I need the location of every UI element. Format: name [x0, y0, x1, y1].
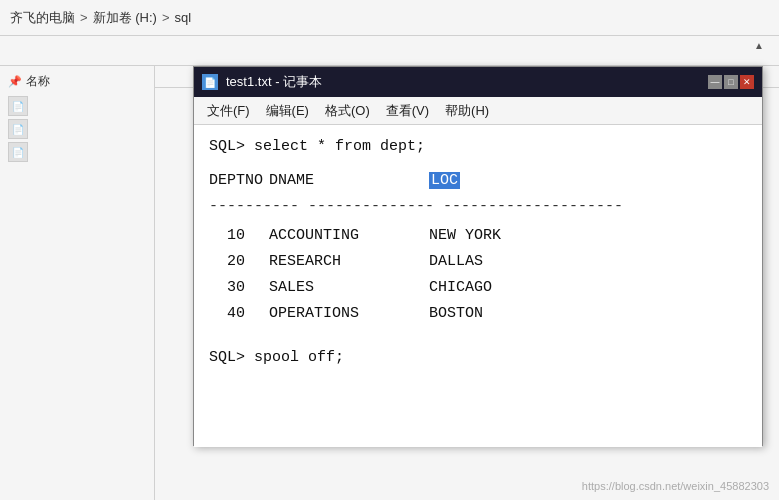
col-name-label: 名称: [26, 73, 50, 90]
sql-command-text: SQL> select * from dept;: [209, 138, 425, 155]
sidebar-icon-2: 📄: [8, 119, 28, 139]
breadcrumb-bar: 齐飞的电脑 > 新加卷 (H:) > sql ▲: [0, 0, 779, 36]
watermark: https://blog.csdn.net/weixin_45882303: [582, 480, 769, 492]
row2-loc: DALLAS: [429, 250, 559, 274]
table-output: DEPTNO DNAME LOC ---------- ------------…: [209, 169, 747, 326]
table-row: 30 SALES CHICAGO: [209, 276, 747, 300]
sql-spool-line: SQL> spool off;: [209, 346, 747, 370]
toolbar-area: [0, 36, 779, 66]
row1-dname: ACCOUNTING: [269, 224, 429, 248]
row4-loc: BOSTON: [429, 302, 559, 326]
maximize-button[interactable]: □: [724, 75, 738, 89]
loc-highlight: LOC: [429, 172, 460, 189]
notepad-menubar: 文件(F) 编辑(E) 格式(O) 查看(V) 帮助(H): [194, 97, 762, 125]
row3-loc: CHICAGO: [429, 276, 559, 300]
table-row: 20 RESEARCH DALLAS: [209, 250, 747, 274]
sidebar-icon-1: 📄: [8, 96, 28, 116]
sidebar: 📌 名称 📄 📄 📄: [0, 66, 155, 500]
row4-deptno: 40: [209, 302, 269, 326]
header-loc: LOC: [429, 169, 559, 193]
breadcrumb-arrow2: >: [162, 10, 170, 25]
row4-dname: OPERATIONS: [269, 302, 429, 326]
notepad-icon: 📄: [202, 74, 218, 90]
menu-file[interactable]: 文件(F): [199, 100, 258, 122]
sidebar-header: 📌 名称: [0, 71, 154, 92]
table-row: 10 ACCOUNTING NEW YORK: [209, 224, 747, 248]
menu-help[interactable]: 帮助(H): [437, 100, 497, 122]
notepad-window: 📄 test1.txt - 记事本 — □ ✕ 文件(F) 编辑(E) 格式(O…: [193, 66, 763, 446]
notepad-content: SQL> select * from dept; DEPTNO DNAME LO…: [194, 125, 762, 447]
menu-view[interactable]: 查看(V): [378, 100, 437, 122]
breadcrumb-part1: 齐飞的电脑: [10, 9, 75, 27]
row2-dname: RESEARCH: [269, 250, 429, 274]
notepad-titlebar: 📄 test1.txt - 记事本 — □ ✕: [194, 67, 762, 97]
row1-deptno: 10: [209, 224, 269, 248]
table-row: 40 OPERATIONS BOSTON: [209, 302, 747, 326]
menu-edit[interactable]: 编辑(E): [258, 100, 317, 122]
up-arrow-icon: ▲: [754, 40, 764, 51]
row3-dname: SALES: [269, 276, 429, 300]
breadcrumb-part2[interactable]: 新加卷 (H:): [93, 9, 157, 27]
window-controls: — □ ✕: [708, 75, 754, 89]
close-button[interactable]: ✕: [740, 75, 754, 89]
sql-line1: SQL> select * from dept;: [209, 135, 747, 159]
header-dname: DNAME: [269, 169, 429, 193]
row2-deptno: 20: [209, 250, 269, 274]
breadcrumb-part3[interactable]: sql: [174, 10, 191, 25]
notepad-title: test1.txt - 记事本: [226, 73, 708, 91]
sidebar-icon-3: 📄: [8, 142, 28, 162]
row1-loc: NEW YORK: [429, 224, 559, 248]
menu-format[interactable]: 格式(O): [317, 100, 378, 122]
sql-spool-text: SQL> spool off;: [209, 349, 344, 366]
minimize-button[interactable]: —: [708, 75, 722, 89]
header-deptno: DEPTNO: [209, 169, 269, 193]
breadcrumb-arrow1: >: [80, 10, 88, 25]
explorer-window: 齐飞的电脑 > 新加卷 (H:) > sql ▲ 📌 名称 📄 📄 📄: [0, 0, 779, 500]
table-header-row: DEPTNO DNAME LOC: [209, 169, 747, 193]
row3-deptno: 30: [209, 276, 269, 300]
sidebar-icons: 📄 📄 📄: [0, 92, 154, 169]
separator-line: ---------- -------------- --------------…: [209, 195, 747, 219]
pin-icon: 📌: [8, 75, 22, 88]
